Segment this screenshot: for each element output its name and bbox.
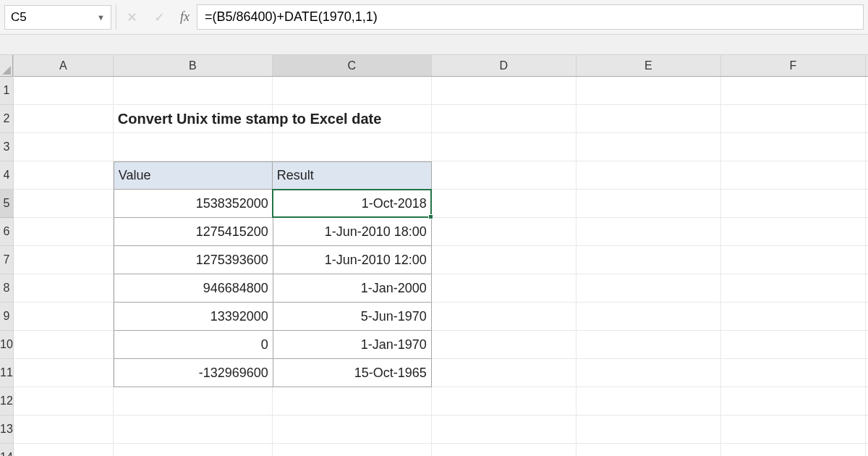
row-header[interactable]: 14: [0, 444, 13, 456]
cell[interactable]: [432, 415, 576, 444]
cell[interactable]: [721, 161, 866, 190]
cell[interactable]: [721, 303, 866, 331]
table-row[interactable]: 1275415200: [114, 218, 273, 246]
row-header[interactable]: 7: [0, 246, 13, 274]
table-header-result[interactable]: Result: [273, 161, 432, 190]
cell[interactable]: [432, 218, 576, 246]
cell[interactable]: [721, 359, 866, 387]
cell[interactable]: [273, 387, 432, 415]
row-header[interactable]: 5: [0, 190, 13, 218]
col-header[interactable]: D: [432, 55, 576, 76]
cell[interactable]: [273, 77, 432, 105]
cell[interactable]: [14, 190, 114, 218]
table-row[interactable]: 13392000: [114, 303, 273, 331]
cell[interactable]: [721, 444, 866, 456]
cell[interactable]: [576, 387, 721, 415]
table-row[interactable]: 1-Jan-1970: [273, 331, 432, 359]
cell[interactable]: [576, 415, 721, 444]
col-header[interactable]: E: [576, 55, 721, 76]
cell[interactable]: [432, 331, 576, 359]
col-header[interactable]: A: [14, 55, 114, 76]
cell[interactable]: [273, 444, 432, 456]
cell[interactable]: [432, 274, 576, 303]
row-header[interactable]: 4: [0, 161, 13, 190]
select-all-corner[interactable]: [0, 55, 13, 77]
cell[interactable]: [114, 415, 273, 444]
cell-area[interactable]: Convert Unix time stamp to Excel date: [14, 77, 868, 456]
cell[interactable]: [432, 77, 576, 105]
cancel-formula-button[interactable]: ✕: [118, 0, 145, 34]
table-row[interactable]: 946684800: [114, 274, 273, 303]
cell[interactable]: [432, 303, 576, 331]
table-row[interactable]: 5-Jun-1970: [273, 303, 432, 331]
cell[interactable]: [14, 246, 114, 274]
cell[interactable]: [576, 444, 721, 456]
cell[interactable]: [14, 161, 114, 190]
cell[interactable]: [14, 444, 114, 456]
table-row[interactable]: 1538352000: [114, 190, 273, 218]
cell[interactable]: [114, 133, 273, 161]
cell[interactable]: [576, 246, 721, 274]
cell[interactable]: [721, 105, 866, 133]
cell[interactable]: [432, 105, 576, 133]
cell[interactable]: [432, 359, 576, 387]
table-row[interactable]: 0: [114, 331, 273, 359]
cell[interactable]: [273, 105, 432, 133]
table-row[interactable]: -132969600: [114, 359, 273, 387]
row-header[interactable]: 3: [0, 133, 13, 161]
row-header[interactable]: 2: [0, 105, 13, 133]
table-header-value[interactable]: Value: [114, 161, 273, 190]
cell[interactable]: [576, 105, 721, 133]
col-header[interactable]: B: [114, 55, 273, 76]
cell[interactable]: [14, 415, 114, 444]
cell[interactable]: [273, 415, 432, 444]
cell[interactable]: [14, 133, 114, 161]
cell[interactable]: [273, 133, 432, 161]
row-header[interactable]: 12: [0, 387, 13, 415]
cell[interactable]: [721, 387, 866, 415]
cell[interactable]: [576, 331, 721, 359]
table-row[interactable]: 1275393600: [114, 246, 273, 274]
cell[interactable]: [432, 190, 576, 218]
cell[interactable]: [576, 274, 721, 303]
cell[interactable]: [576, 161, 721, 190]
cell[interactable]: [721, 331, 866, 359]
cell[interactable]: [432, 444, 576, 456]
cell[interactable]: [14, 105, 114, 133]
table-row[interactable]: 15-Oct-1965: [273, 359, 432, 387]
cell[interactable]: [721, 415, 866, 444]
cell[interactable]: [432, 387, 576, 415]
cell[interactable]: [576, 190, 721, 218]
cell[interactable]: [721, 246, 866, 274]
col-header[interactable]: F: [721, 55, 866, 76]
cell[interactable]: [14, 218, 114, 246]
row-header[interactable]: 10: [0, 331, 13, 359]
cell[interactable]: [432, 246, 576, 274]
row-header[interactable]: 8: [0, 274, 13, 303]
cell[interactable]: [721, 218, 866, 246]
row-header[interactable]: 11: [0, 359, 13, 387]
cell[interactable]: [114, 387, 273, 415]
cell[interactable]: [721, 133, 866, 161]
col-header[interactable]: C: [273, 55, 432, 76]
cell[interactable]: [721, 77, 866, 105]
row-header[interactable]: 6: [0, 218, 13, 246]
cell[interactable]: [14, 274, 114, 303]
name-box[interactable]: C5 ▼: [4, 5, 111, 30]
cell[interactable]: [14, 303, 114, 331]
table-row[interactable]: 1-Jun-2010 18:00: [273, 218, 432, 246]
cell[interactable]: [114, 77, 273, 105]
chevron-down-icon[interactable]: ▼: [97, 13, 105, 22]
row-header[interactable]: 9: [0, 303, 13, 331]
fx-button[interactable]: fx: [173, 0, 197, 34]
table-row[interactable]: 1-Oct-2018: [273, 190, 432, 218]
table-row[interactable]: 1-Jun-2010 12:00: [273, 246, 432, 274]
row-header[interactable]: 1: [0, 77, 13, 105]
cell[interactable]: [576, 133, 721, 161]
cell[interactable]: [14, 331, 114, 359]
cell[interactable]: [576, 303, 721, 331]
cell[interactable]: [114, 444, 273, 456]
cell[interactable]: [14, 359, 114, 387]
cell[interactable]: [576, 218, 721, 246]
cell[interactable]: [576, 77, 721, 105]
